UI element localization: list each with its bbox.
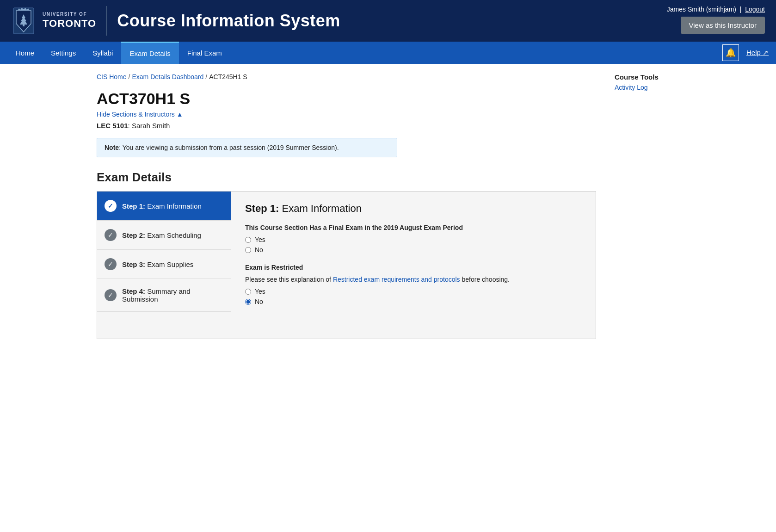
breadcrumb-sep1: / xyxy=(129,73,130,80)
note-label: Note xyxy=(105,144,119,151)
main-content: CIS Home / Exam Details Dashboard / ACT2… xyxy=(97,73,596,339)
note-box: Note: You are viewing a submission from … xyxy=(97,138,397,157)
nav-right: 🔔 Help ↗ xyxy=(722,44,769,61)
step-item-3[interactable]: ✓ Step 3: Exam Supplies xyxy=(97,250,231,279)
breadcrumb-exam-details-dashboard[interactable]: Exam Details Dashboard xyxy=(132,73,203,80)
step4-check-icon: ✓ xyxy=(105,289,117,301)
content-wrapper: CIS Home / Exam Details Dashboard / ACT2… xyxy=(83,64,693,348)
arrow-up-icon: ▲ xyxy=(177,111,183,118)
question-block-1: This Course Section Has a Final Exam in … xyxy=(245,224,582,254)
exam-details-heading: Exam Details xyxy=(97,170,596,185)
question2-label: Exam is Restricted xyxy=(245,264,582,271)
nav-item-settings[interactable]: Settings xyxy=(43,43,84,63)
q2-yes-label: Yes xyxy=(255,288,265,295)
step2-check-icon: ✓ xyxy=(105,229,117,241)
step1-check-icon: ✓ xyxy=(105,200,117,212)
svg-rect-2 xyxy=(23,25,25,26)
restricted-desc: Please see this explanation of Restricte… xyxy=(245,276,582,283)
university-name: UNIVERSITY OF TORONTO xyxy=(43,11,96,31)
notifications-bell-icon[interactable]: 🔔 xyxy=(722,44,739,61)
q1-yes-label: Yes xyxy=(255,236,265,243)
nav-bar: Home Settings Syllabi Exam Details Final… xyxy=(0,42,776,64)
user-name: James Smith (smithjam) xyxy=(667,6,736,13)
steps-sidebar: ✓ Step 1: Exam Information ✓ Step 2: Exa… xyxy=(97,192,231,339)
restricted-exam-link[interactable]: Restricted exam requirements and protoco… xyxy=(333,276,460,283)
page-layout: CIS Home / Exam Details Dashboard / ACT2… xyxy=(97,73,679,339)
question1-label: This Course Section Has a Final Exam in … xyxy=(245,224,582,231)
breadcrumb-current: ACT245H1 S xyxy=(209,73,247,80)
step-item-2[interactable]: ✓ Step 2: Exam Scheduling xyxy=(97,221,231,250)
q2-yes-option[interactable]: Yes xyxy=(245,288,582,295)
breadcrumb-sep2: / xyxy=(205,73,207,80)
site-title: Course Information System xyxy=(117,11,340,31)
logout-link[interactable]: Logout xyxy=(745,6,765,13)
step1-content-heading: Step 1: Exam Information xyxy=(245,203,582,215)
top-right-area: James Smith (smithjam) | Logout View as … xyxy=(667,0,765,34)
user-info: James Smith (smithjam) | Logout xyxy=(667,6,765,13)
step-item-4[interactable]: ✓ Step 4: Summary and Submission xyxy=(97,279,231,312)
step4-label: Step 4: Summary and Submission xyxy=(122,287,223,303)
nav-item-exam-details[interactable]: Exam Details xyxy=(121,42,179,64)
q1-yes-radio[interactable] xyxy=(245,237,251,243)
nav-item-home[interactable]: Home xyxy=(7,43,43,63)
steps-container: ✓ Step 1: Exam Information ✓ Step 2: Exa… xyxy=(97,191,596,339)
view-as-instructor-button[interactable]: View as this Instructor xyxy=(681,17,765,34)
note-text: You are viewing a submission from a past… xyxy=(123,144,339,151)
hide-sections-instructors-link[interactable]: Hide Sections & Instructors ▲ xyxy=(97,111,183,118)
top-header: UNIVERSITY OF TORONTO Course Information… xyxy=(0,0,776,42)
page-heading: ACT370H1 S xyxy=(97,90,596,108)
step3-check-icon: ✓ xyxy=(105,258,117,270)
instructor-name: Sarah Smith xyxy=(132,122,170,130)
step2-label: Step 2: Exam Scheduling xyxy=(122,231,201,239)
step1-label: Step 1: Exam Information xyxy=(122,202,202,210)
breadcrumb: CIS Home / Exam Details Dashboard / ACT2… xyxy=(97,73,596,80)
step-item-1[interactable]: ✓ Step 1: Exam Information xyxy=(97,192,231,221)
q1-no-radio[interactable] xyxy=(245,247,251,253)
q2-yes-radio[interactable] xyxy=(245,289,251,295)
help-link[interactable]: Help ↗ xyxy=(746,49,769,57)
q2-no-radio[interactable] xyxy=(245,299,251,305)
course-tools-panel: Course Tools Activity Log xyxy=(596,73,679,339)
activity-log-link[interactable]: Activity Log xyxy=(615,84,648,91)
q2-no-label: No xyxy=(255,298,263,305)
uoft-crest-icon xyxy=(11,6,36,36)
course-tools-title: Course Tools xyxy=(615,73,679,81)
logo-area: UNIVERSITY OF TORONTO xyxy=(11,6,107,36)
steps-content-panel: Step 1: Exam Information This Course Sec… xyxy=(231,192,596,339)
q2-no-option[interactable]: No xyxy=(245,298,582,305)
q1-no-option[interactable]: No xyxy=(245,246,582,254)
q1-no-label: No xyxy=(255,246,263,254)
step3-label: Step 3: Exam Supplies xyxy=(122,260,193,268)
lec-info: LEC 5101: Sarah Smith xyxy=(97,122,596,130)
nav-item-syllabi[interactable]: Syllabi xyxy=(84,43,121,63)
breadcrumb-cis-home[interactable]: CIS Home xyxy=(97,73,127,80)
q1-yes-option[interactable]: Yes xyxy=(245,236,582,243)
nav-item-final-exam[interactable]: Final Exam xyxy=(179,43,230,63)
question-block-2: Exam is Restricted Please see this expla… xyxy=(245,264,582,305)
lec-code: LEC 5101 xyxy=(97,122,128,130)
